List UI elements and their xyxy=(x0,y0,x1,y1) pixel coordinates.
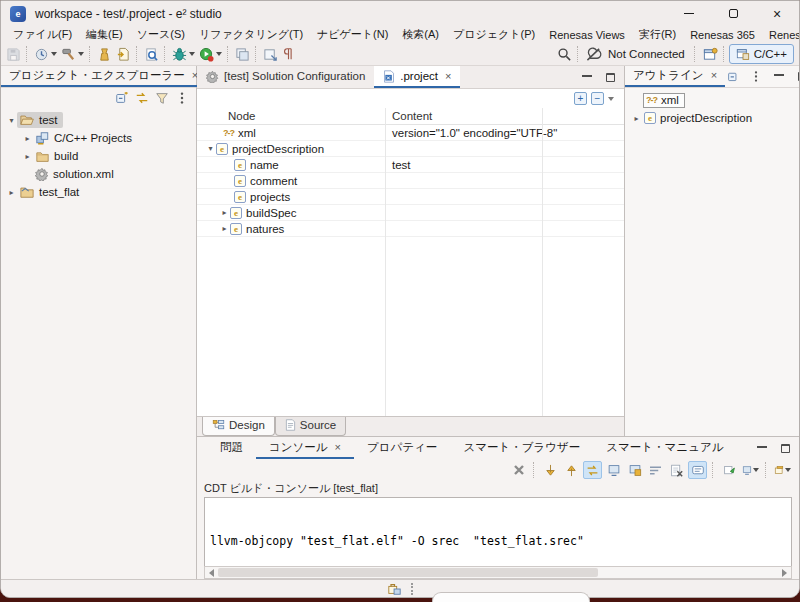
minimize-view-icon[interactable] xyxy=(579,69,595,85)
xml-row-natures[interactable]: ▸enatures xyxy=(197,221,624,237)
minimize-button[interactable] xyxy=(667,1,711,26)
show-whitespace-button[interactable] xyxy=(280,44,297,64)
tab-smart-manual[interactable]: スマート・マニュアル xyxy=(593,437,736,459)
tab-outline[interactable]: アウトライン × xyxy=(625,66,725,87)
terminate-icon[interactable] xyxy=(509,461,528,479)
expand-twistie-icon[interactable]: ▸ xyxy=(22,134,33,143)
outline-item-projectDescription[interactable]: ▸ eprojectDescription xyxy=(631,109,799,127)
collapse-all-icon[interactable]: − xyxy=(591,92,604,105)
import-build-button[interactable] xyxy=(114,44,133,64)
connection-status-button[interactable] xyxy=(583,44,604,64)
menu-run[interactable]: 実行(R) xyxy=(632,27,683,42)
open-console-icon[interactable] xyxy=(773,461,792,479)
launch-history-button[interactable] xyxy=(32,44,59,64)
save-button[interactable] xyxy=(4,44,23,64)
collapse-twistie-icon[interactable]: ▾ xyxy=(6,116,17,125)
menu-renesas-views[interactable]: Renesas Views xyxy=(542,29,632,41)
tab-design[interactable]: Design xyxy=(202,417,275,436)
flash-programmer-button[interactable] xyxy=(95,44,114,64)
collapse-all-icon[interactable] xyxy=(725,69,741,85)
chevron-down-icon[interactable] xyxy=(608,97,614,101)
menu-renesas-ai[interactable]: Renesas AI xyxy=(762,29,800,41)
run-button[interactable] xyxy=(197,44,224,64)
scroll-lock-icon[interactable] xyxy=(688,461,707,479)
show-console-stderr-icon[interactable] xyxy=(625,461,644,479)
expand-twistie-icon[interactable]: ▸ xyxy=(219,208,230,217)
menu-file[interactable]: ファイル(F) xyxy=(6,27,79,42)
maximize-view-icon[interactable] xyxy=(602,69,618,85)
menu-source[interactable]: ソース(S) xyxy=(130,27,192,42)
tree-item-build[interactable]: ▸ build xyxy=(1,147,196,165)
scrollbar-thumb[interactable] xyxy=(218,568,598,577)
debug-button[interactable] xyxy=(170,44,197,64)
tree-item-test-flat[interactable]: ▸ test_flat xyxy=(1,183,196,201)
minimize-view-icon[interactable] xyxy=(771,69,787,85)
console-output[interactable]: llvm-objcopy "test_flat.elf" -O srec "te… xyxy=(204,497,792,566)
collapse-twistie-icon[interactable]: ▾ xyxy=(205,144,216,153)
tab-smart-browser[interactable]: スマート・ブラウザー xyxy=(450,437,593,459)
perspective-cpp-button[interactable]: C/C++ xyxy=(729,44,794,64)
xml-row-declaration[interactable]: ?-?xml version="1.0" encoding="UTF-8" xyxy=(197,125,624,141)
scroll-left-icon[interactable] xyxy=(209,569,214,577)
display-selected-console-icon[interactable] xyxy=(741,461,760,479)
view-menu-icon[interactable] xyxy=(748,69,764,85)
show-console-stdout-icon[interactable] xyxy=(604,461,623,479)
minimize-view-icon[interactable] xyxy=(754,440,770,456)
expand-twistie-icon[interactable]: ▸ xyxy=(219,224,230,233)
link-with-editor-icon[interactable] xyxy=(134,90,150,106)
menu-project[interactable]: プロジェクト(P) xyxy=(446,27,542,42)
expand-all-icon[interactable]: + xyxy=(574,92,587,105)
horizontal-scrollbar[interactable] xyxy=(204,566,792,579)
new-window-button[interactable] xyxy=(233,44,252,64)
close-icon[interactable]: × xyxy=(709,70,717,81)
xml-row-projects[interactable]: eprojects xyxy=(197,189,624,205)
close-button[interactable]: × xyxy=(755,1,799,26)
show-console-on-output-icon[interactable] xyxy=(583,461,602,479)
expand-twistie-icon[interactable]: ▸ xyxy=(22,152,33,161)
xml-row-projectDescription[interactable]: ▾eprojectDescription xyxy=(197,141,624,157)
xml-row-buildSpec[interactable]: ▸ebuildSpec xyxy=(197,205,624,221)
expand-twistie-icon[interactable]: ▸ xyxy=(6,188,17,197)
tab-problems[interactable]: 問題 xyxy=(207,437,256,459)
collapse-all-icon[interactable] xyxy=(114,90,130,106)
main-toolbar: Not Connected C/C++ xyxy=(1,43,799,65)
close-icon[interactable]: × xyxy=(333,442,341,453)
xml-row-comment[interactable]: ecomment xyxy=(197,173,624,189)
word-wrap-icon[interactable] xyxy=(646,461,665,479)
close-icon[interactable]: × xyxy=(443,71,451,82)
tab-properties[interactable]: プロパティー xyxy=(354,437,450,459)
open-perspective-button[interactable] xyxy=(700,44,720,64)
status-toolbox-icon[interactable] xyxy=(387,582,402,596)
previous-console-icon[interactable] xyxy=(562,461,581,479)
filter-icon[interactable] xyxy=(154,90,170,106)
view-menu-icon[interactable] xyxy=(174,90,190,106)
menu-search[interactable]: 検索(A) xyxy=(395,27,446,42)
outline-item-xml[interactable]: ?-?xml xyxy=(631,91,799,109)
next-console-icon[interactable] xyxy=(541,461,560,479)
tree-item-solution-xml[interactable]: solution.xml xyxy=(1,165,196,183)
clear-console-icon[interactable] xyxy=(667,461,686,479)
search-file-button[interactable] xyxy=(142,44,161,64)
tab-source[interactable]: Source xyxy=(275,417,346,436)
maximize-button[interactable] xyxy=(711,1,755,26)
link-editor-button[interactable] xyxy=(261,44,280,64)
maximize-view-icon[interactable] xyxy=(794,69,800,85)
build-button[interactable] xyxy=(59,44,86,64)
tree-item-test[interactable]: ▾ test xyxy=(1,111,196,129)
maximize-view-icon[interactable] xyxy=(777,440,793,456)
scroll-right-icon[interactable] xyxy=(782,569,787,577)
expand-twistie-icon[interactable]: ▸ xyxy=(631,114,642,123)
search-button[interactable] xyxy=(555,44,574,64)
pin-console-icon[interactable] xyxy=(720,461,739,479)
menu-edit[interactable]: 編集(E) xyxy=(79,27,130,42)
tab-console[interactable]: コンソール × xyxy=(256,437,354,459)
editor-tab-solution-configuration[interactable]: [test] Solution Configuration xyxy=(197,66,374,88)
tree-item-cpp-projects[interactable]: ▸ C/C++ Projects xyxy=(1,129,196,147)
trim-drag-handle[interactable] xyxy=(411,583,413,595)
menu-navigate[interactable]: ナビゲート(N) xyxy=(310,27,395,42)
xml-row-name[interactable]: ename test xyxy=(197,157,624,173)
tab-project-explorer[interactable]: プロジェクト・エクスプローラー × xyxy=(1,66,206,87)
menu-refactoring[interactable]: リファクタリング(T) xyxy=(192,27,310,42)
menu-renesas-365[interactable]: Renesas 365 xyxy=(683,29,762,41)
editor-tab-project[interactable]: .project × xyxy=(374,66,460,88)
